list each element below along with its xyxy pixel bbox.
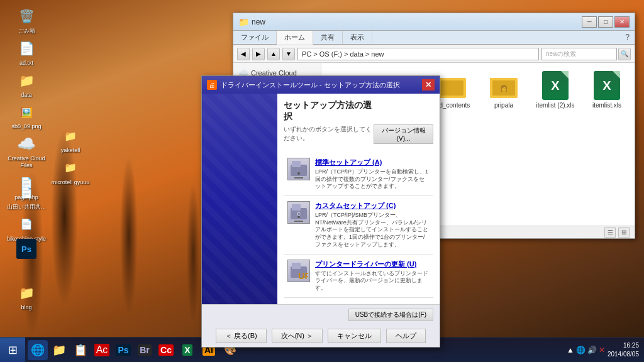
br-icon: Br: [138, 344, 152, 356]
nav-recent-btn[interactable]: ▼: [282, 48, 295, 60]
svg-text:C: C: [297, 211, 301, 217]
ps-taskbar-icon: Ps: [116, 344, 130, 356]
dialog-option-custom[interactable]: C カスタムセットアップ (C) LPR/（TCP/IP)/SMBプリンター、N…: [284, 196, 433, 254]
update-driver-title: プリンタードライバーの更新 (U): [315, 260, 430, 269]
dialog-heading: セットアップ方法の選択: [284, 100, 374, 123]
desktop-icon-biketehino[interactable]: 📄 biketehino style: [6, 214, 47, 243]
clock-date: 2014/08/05: [608, 350, 639, 359]
window-controls: ─ □ ✕: [582, 16, 630, 28]
taskbar-app-notepad[interactable]: 📋: [70, 340, 91, 360]
svg-rect-23: [294, 221, 303, 222]
svg-text:👩: 👩: [500, 84, 508, 92]
dialog-usb-button[interactable]: USBで接続する場合は(F): [348, 309, 433, 321]
desktop-icon-sb0-png[interactable]: 🖼️ sb0_09.png: [6, 102, 47, 130]
maximize-button[interactable]: □: [598, 16, 613, 28]
dialog-cancel-button[interactable]: キャンセル: [328, 329, 381, 343]
file-item-itemlist2[interactable]: X itemlist (2).xls: [533, 68, 578, 112]
x-icon: ✕: [599, 346, 605, 354]
address-bar: ◀ ▶ ▲ ▼ PC > OS (F:) > data > new newの検索…: [233, 45, 635, 63]
taskbar-systray: ▲ 🌐 🔊 ✕: [567, 346, 605, 354]
ribbon: ファイル ホーム 共有 表示 ?: [233, 31, 635, 45]
ribbon-tab-share[interactable]: 共有: [313, 31, 343, 44]
custom-setup-title: カスタムセットアップ (C): [315, 201, 430, 211]
standard-setup-title: 標準セットアップ (A): [315, 158, 430, 167]
search-box[interactable]: newの検索: [541, 48, 617, 60]
ribbon-tab-file[interactable]: ファイル: [233, 31, 277, 44]
taskbar-app-excel[interactable]: X: [177, 340, 197, 360]
dialog-subtext: いずれかのボタンを選択してください。: [284, 125, 374, 143]
address-path[interactable]: PC > OS (F:) > data > new: [297, 48, 539, 60]
desktop-icon-data[interactable]: 📁 data: [6, 70, 47, 99]
dialog-left-panel: [202, 94, 277, 304]
taskbar-app-internet-explorer[interactable]: 🌐: [28, 340, 48, 360]
nav-back-btn[interactable]: ◀: [237, 48, 250, 60]
taskbar-app-cc[interactable]: Cc: [156, 340, 176, 360]
svg-text:UP: UP: [298, 271, 308, 280]
network-icon: 🌐: [576, 346, 586, 354]
desktop-icon-ad-txt[interactable]: 📄 ad.txt: [6, 38, 47, 67]
standard-setup-icon: [287, 158, 310, 180]
standard-setup-desc: LPR/（TCP/IP）プリンターを自動検索し、1回の操作で複数のプリンター/フ…: [315, 168, 430, 190]
dialog-version-button[interactable]: バージョン情報(V)...: [374, 124, 433, 144]
minimize-button[interactable]: ─: [582, 16, 597, 28]
ribbon-help-btn[interactable]: ?: [620, 31, 635, 44]
taskbar-app-file-explorer[interactable]: 📁: [49, 340, 69, 360]
view-list-btn[interactable]: ☰: [604, 228, 616, 238]
close-button[interactable]: ✕: [614, 16, 630, 28]
ie-icon: 🌐: [31, 343, 45, 357]
search-btn[interactable]: 🔍: [618, 48, 631, 60]
taskbar-start-button[interactable]: ⊞: [0, 337, 25, 363]
desktop-icon-recycle-bin[interactable]: 🗑️ ごみ箱: [6, 6, 47, 35]
dialog-bottom-buttons: ＜ 戻る(B) 次へ(N) ＞ キャンセル ヘルプ: [208, 329, 433, 343]
notepad-icon: 📋: [74, 343, 87, 357]
desktop-icon-yamatoi[interactable]: 📄 山田い共用共...: [6, 182, 47, 211]
desktop-icon-blog[interactable]: 📁 blog: [6, 283, 47, 311]
dialog-title-text: ドライバーインストールツール - セットアップ方法の選択: [221, 80, 418, 90]
nav-up-btn[interactable]: ▲: [267, 48, 280, 60]
dialog-body: セットアップ方法の選択 いずれかのボタンを選択してください。 バージョン情報(V…: [202, 94, 440, 304]
dialog-option-standard[interactable]: 標準セットアップ (A) LPR/（TCP/IP）プリンターを自動検索し、1回の…: [284, 153, 433, 196]
svg-rect-11: [441, 80, 464, 96]
file-item-pripala[interactable]: 👩 pripala: [481, 68, 526, 112]
cc-icon: Cc: [158, 344, 174, 356]
taskbar-app-ps[interactable]: Ps: [113, 340, 133, 360]
ribbon-tab-view[interactable]: 表示: [343, 31, 372, 44]
dialog-next-button[interactable]: 次へ(N) ＞: [272, 329, 323, 343]
file-item-itemlist[interactable]: X itemlist.xls: [584, 68, 630, 112]
file-explorer-title: new: [252, 18, 582, 26]
svg-rect-17: [292, 161, 301, 167]
taskbar-clock[interactable]: 16:25 2014/08/05: [608, 341, 639, 359]
nav-forward-btn[interactable]: ▶: [252, 48, 265, 60]
dialog-left-pattern: [202, 94, 277, 304]
search-placeholder: newの検索: [546, 50, 576, 58]
svg-rect-26: [292, 263, 301, 269]
desktop-icon-cc-files[interactable]: ☁️ Creative Cloud Files: [6, 134, 47, 169]
desktop-icon-microtell[interactable]: 📁 microtell gyuuu: [50, 158, 91, 186]
dialog-footer: USBで接続する場合は(F) ＜ 戻る(B) 次へ(N) ＞ キャンセル ヘルプ: [202, 304, 440, 347]
desktop: 🗑️ ごみ箱 📄 ad.txt 📁 data 🖼️ sb0_09.png ☁️ …: [0, 0, 644, 362]
taskbar-app-acrobat[interactable]: Ac: [92, 340, 112, 360]
dialog-back-button[interactable]: ＜ 戻る(B): [216, 329, 267, 343]
dialog-options: 標準セットアップ (A) LPR/（TCP/IP）プリンターを自動検索し、1回の…: [284, 153, 433, 298]
custom-setup-desc: LPR/（TCP/IP)/SMBプリンター、NT/NetWare共有プリンター、…: [315, 212, 430, 248]
taskbar-right: ▲ 🌐 🔊 ✕ 16:25 2014/08/05: [567, 341, 644, 359]
explorer-title-icon: 📁: [238, 17, 249, 27]
dialog-option-update[interactable]: UP プリンタードライバーの更新 (U) すでにインストールされているプリンター…: [284, 255, 433, 298]
search-area: newの検索 🔍: [541, 48, 631, 60]
desktop-icon-yaketell[interactable]: 📁 yaketell: [50, 126, 91, 154]
custom-setup-icon: C: [287, 201, 310, 224]
systray-expand-icon[interactable]: ▲: [567, 346, 574, 354]
windows-logo-icon: ⊞: [8, 343, 18, 357]
desktop-icon-ps[interactable]: Ps: [6, 239, 47, 260]
clock-time: 16:25: [608, 341, 639, 350]
update-driver-desc: すでにインストールされているプリンタードライバーを、最新のバージョンに更新します…: [315, 270, 430, 292]
dialog-close-button[interactable]: ✕: [422, 79, 435, 90]
dialog-help-button[interactable]: ヘルプ: [386, 329, 426, 343]
ribbon-tab-home[interactable]: ホーム: [277, 31, 313, 45]
dialog-titlebar: 🖨 ドライバーインストールツール - セットアップ方法の選択 ✕: [202, 76, 440, 94]
view-grid-btn[interactable]: ⊞: [618, 228, 630, 238]
svg-rect-21: [292, 204, 301, 211]
acrobat-icon: Ac: [94, 344, 110, 356]
svg-rect-19: [294, 177, 303, 178]
taskbar-app-br[interactable]: Br: [135, 340, 155, 360]
